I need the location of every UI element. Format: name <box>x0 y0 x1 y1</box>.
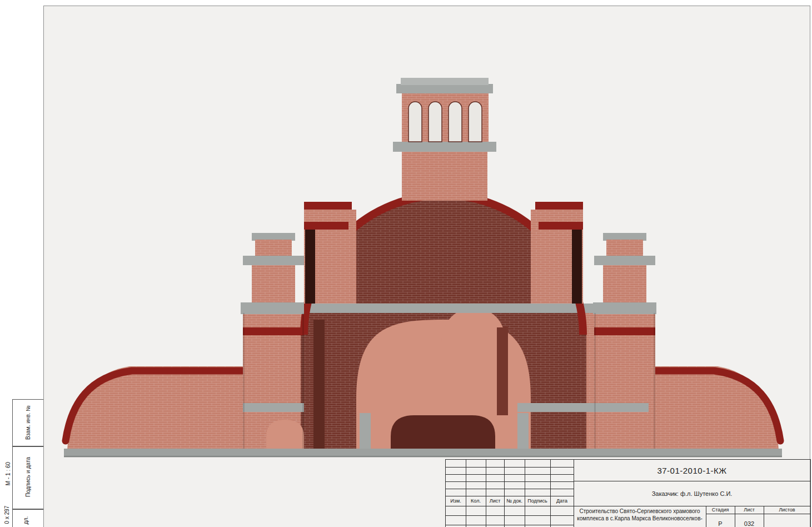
inv-podl-label-partial: дл. <box>23 516 29 524</box>
titleblock-line <box>446 489 574 489</box>
section-wall-left <box>313 320 325 450</box>
sheets-header: Листов <box>764 506 810 514</box>
belfry-arch-opening <box>449 102 462 142</box>
concrete-column-right <box>517 413 529 450</box>
podpis-data-label: Подпись и дата <box>25 457 31 497</box>
rev-col-izm: Изм. <box>446 496 466 506</box>
church-section-drawing <box>44 6 810 527</box>
drum-cornice <box>393 142 496 152</box>
project-line-2: комплекса в с.Карла Маркса Великоновосел… <box>575 515 705 522</box>
brick-band <box>304 202 352 210</box>
tower-slab <box>594 256 655 265</box>
belfry-arch-opening <box>469 102 482 142</box>
brick-band <box>304 222 348 230</box>
client-label: Заказчик: ф.л. Шутенко С.И. <box>574 481 810 506</box>
concrete-beam-left <box>243 403 304 412</box>
titleblock-line <box>446 481 574 482</box>
rev-col-list: Лист <box>486 496 504 506</box>
titleblock-line <box>446 467 574 468</box>
titleblock-line <box>446 515 574 516</box>
shadow-slit <box>572 230 582 304</box>
titleblock-line <box>446 525 574 525</box>
tower-brick-stripe <box>594 327 655 335</box>
sheet-value: 032 <box>735 514 764 527</box>
titleblock-line <box>446 474 574 475</box>
titleblock-line <box>466 460 466 527</box>
title-block: Изм. Кол. Лист № док. Подпись Дата 37-01… <box>445 459 811 527</box>
belfry-top-cap <box>401 78 489 85</box>
rev-col-dok: № док. <box>504 496 525 506</box>
titleblock-line <box>446 506 574 506</box>
format-label-partial: 0 x 297 <box>4 506 10 524</box>
foundation <box>64 449 782 458</box>
belfry-arch-opening <box>429 102 442 142</box>
titleblock-line <box>525 460 525 527</box>
project-line-1: Строительство Свято-Сергиевского храмово… <box>575 508 705 515</box>
tower-band <box>241 302 304 314</box>
titleblock-line <box>486 460 486 527</box>
titleblock-line <box>550 460 551 527</box>
belfry-cornice <box>396 84 493 93</box>
concrete-beam-right <box>517 403 649 412</box>
project-name: Строительство Свято-Сергиевского храмово… <box>575 508 705 527</box>
rev-col-data: Дата <box>550 496 574 506</box>
rev-col-podpis: Подпись <box>525 496 550 506</box>
section-wall-right <box>497 327 508 415</box>
stage-value: Р <box>706 514 735 527</box>
interior-small-arch <box>266 420 304 450</box>
shadow-slit <box>305 230 315 304</box>
tower-brick-stripe <box>243 327 304 335</box>
belfry-arch-opening <box>409 102 422 142</box>
stage-header: Стадия <box>706 506 735 514</box>
sheets-value <box>764 514 810 527</box>
tower-cap <box>252 233 295 241</box>
tower-slab <box>243 256 304 265</box>
interior-dark-arch <box>391 415 495 450</box>
doc-number: 37-01-2010-1-КЖ <box>574 460 810 481</box>
transept-left <box>304 202 356 304</box>
brick-band <box>539 222 583 230</box>
vzam-inv-label: Взам. инв. № <box>25 405 31 440</box>
drawing-sheet: Изм. Кол. Лист № док. Подпись Дата 37-01… <box>43 6 810 527</box>
titleblock-line <box>504 460 505 527</box>
tower-cap <box>603 233 646 241</box>
scale-label: М - 1 : 60 <box>5 462 11 485</box>
tower-band <box>593 302 656 314</box>
viewer-canvas: Взам. инв. № Подпись и дата дл. М - 1 : … <box>0 0 812 527</box>
rev-col-kol: Кол. <box>466 496 486 506</box>
concrete-column-left <box>360 413 371 450</box>
central-tower <box>393 78 496 201</box>
brick-band <box>535 202 583 210</box>
transept-right <box>531 202 583 304</box>
sheet-header: Лист <box>735 506 764 514</box>
